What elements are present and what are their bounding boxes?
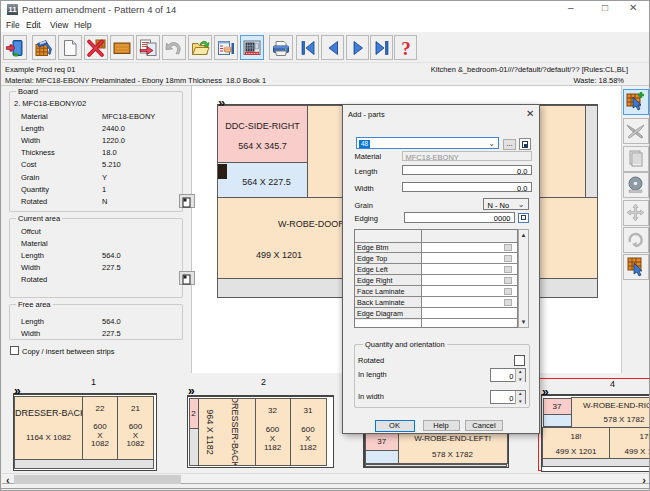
svg-text:?: ? (401, 38, 411, 58)
